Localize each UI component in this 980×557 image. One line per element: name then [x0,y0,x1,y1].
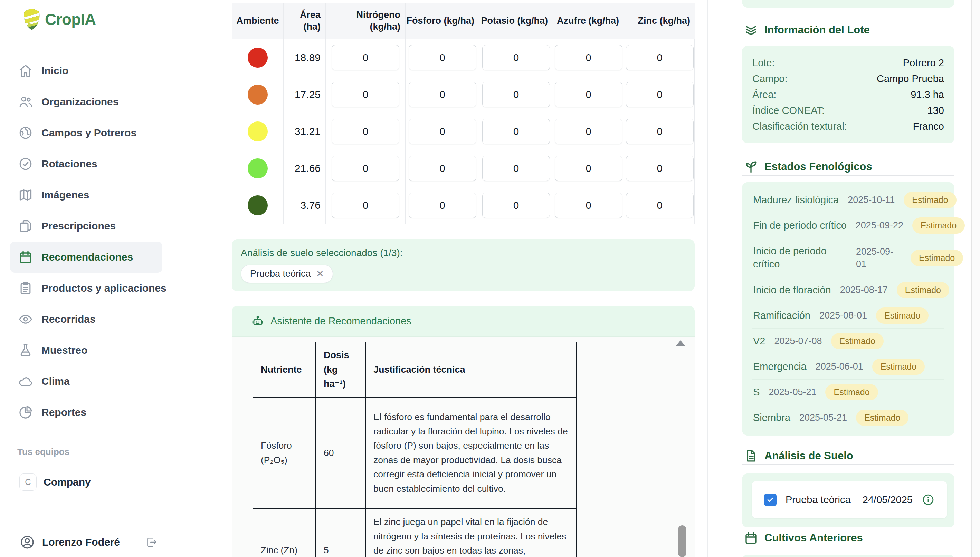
nutrient-dose-input[interactable] [555,82,622,107]
status-badge: Estimado [912,217,965,234]
nutrient-dose-input[interactable] [482,192,550,218]
nutrient-dose-input[interactable] [626,156,694,181]
env-col-header: Nitrógeno (kg/ha) [325,3,405,39]
logout-icon[interactable] [145,536,157,548]
env-input-cell [479,150,553,187]
user-row: Lorenzo Foderé [20,534,157,550]
sidebar-item-muestreo[interactable]: Muestreo [10,335,162,366]
window-scrollbar[interactable] [971,0,980,557]
nutrient-dose-input[interactable] [408,156,476,181]
sidebar-item-campos-y-potreros[interactable]: Campos y Potreros [10,117,162,148]
assistant-content: NutrienteDosis (kg ha⁻¹)Justificación té… [232,337,695,557]
nutrient-dose-input[interactable] [482,82,550,107]
sidebar-item-company[interactable]: C Company [20,474,91,491]
env-col-header: Azufre (kg/ha) [553,3,624,39]
sidebar-item-reportes[interactable]: Reportes [10,397,162,428]
cloud-icon [18,374,33,389]
nutrient-dose-input[interactable] [626,82,694,107]
recommendation-col-header: Nutriente [253,342,316,397]
env-input-cell [479,187,553,224]
nutrient-name: Fósforo (P₂O₅) [253,398,316,508]
assistant-scrollbar-thumb[interactable] [678,525,686,557]
analysis-chip[interactable]: Prueba teórica ✕ [241,265,333,283]
env-zone-color [232,187,283,224]
nutrient-justification: El fósforo es fundamental para el desarr… [366,398,576,508]
lot-info-title: Información del Lote [764,24,870,36]
nutrient-dose-input[interactable] [332,119,399,144]
sidebar-item-organizaciones[interactable]: Organizaciones [10,86,162,117]
recommendation-col-header: Justificación técnica [366,342,576,397]
env-input-cell [624,113,695,150]
lot-info-row: Clasificación textural:Franco [752,118,944,134]
sidebar-item-prescripciones[interactable]: Prescripciones [10,210,162,241]
scroll-up-arrow-icon[interactable] [676,340,685,346]
nutrient-dose-input[interactable] [332,45,399,70]
soil-analysis-card: Prueba teórica 24/05/2025 [742,474,954,527]
nutrient-dose-input[interactable] [332,156,399,181]
nutrient-dose-input[interactable] [332,192,399,218]
env-input-cell [479,113,553,150]
phenology-row-v2: V22025-07-08Estimado [742,329,954,354]
environment-table: AmbienteÁrea (ha)Nitrógeno (kg/ha)Fósfor… [232,3,695,224]
phenology-stage-label: Inicio de periodo crítico [753,245,847,270]
soil-analysis-title: Análisis de Suelo [764,450,853,462]
info-icon[interactable] [922,493,935,506]
env-col-header: Zinc (kg/ha) [624,3,695,39]
sidebar-menu: InicioOrganizacionesCampos y PotrerosRot… [10,55,162,428]
zone-color-dot [248,122,268,142]
cut-card-top [742,0,954,8]
nutrient-dose-input[interactable] [555,119,622,144]
checkbox-checked[interactable] [764,493,777,506]
nutrient-dose-input[interactable] [408,192,476,218]
phenology-stage-label: Siembra [753,411,791,425]
env-input-cell [325,150,405,187]
env-area-value: 17.25 [283,76,325,113]
sidebar-item-label: Imágenes [41,189,89,201]
sidebar-item-inicio[interactable]: Inicio [10,55,162,86]
phenology-date: 2025-09-01 [856,245,902,270]
lot-info-row: Lote:Potrero 2 [752,55,944,71]
env-input-cell [553,39,624,76]
nutrient-dose-input[interactable] [555,192,622,218]
sidebar-item-imagenes[interactable]: Imágenes [10,179,162,210]
calendar-icon [18,249,33,265]
sidebar-item-label: Reportes [41,407,87,418]
zone-color-dot [248,158,268,178]
sidebar-item-label: Recomendaciones [41,251,133,263]
nutrient-dose-input[interactable] [555,45,622,70]
sidebar-item-clima[interactable]: Clima [10,366,162,397]
phenology-stage-label: V2 [753,335,765,348]
env-input-cell [553,150,624,187]
sidebar-item-recorridas[interactable]: Recorridas [10,304,162,335]
phenology-date: 2025-08-01 [819,309,867,322]
nutrient-dose-input[interactable] [482,45,550,70]
sidebar: CropIA InicioOrganizacionesCampos y Potr… [0,0,169,557]
nutrient-dose-input[interactable] [626,45,694,70]
lot-info-value: 91.3 ha [911,89,944,101]
calendar-icon [744,531,758,545]
status-badge: Estimado [872,358,925,375]
nutrient-dose-input[interactable] [482,156,550,181]
zone-color-dot [248,195,268,215]
close-icon[interactable]: ✕ [317,269,324,279]
env-area-value: 18.89 [283,39,325,76]
nutrient-dose-input[interactable] [555,156,622,181]
sidebar-item-recomendaciones[interactable]: Recomendaciones [10,241,162,273]
file-icon [744,449,758,463]
lot-info-label: Lote: [752,57,775,69]
globe-icon [18,125,33,140]
robot-icon [251,315,264,328]
phenology-date: 2025-05-21 [769,386,816,398]
nutrient-dose-input[interactable] [332,82,399,107]
nutrient-dose-input[interactable] [482,119,550,144]
nutrient-dose-input[interactable] [408,119,476,144]
nutrient-dose-input[interactable] [408,45,476,70]
recommendation-row: Fósforo (P₂O₅)60El fósforo es fundamenta… [253,397,576,508]
nutrient-dose-input[interactable] [408,82,476,107]
sidebar-item-rotaciones[interactable]: Rotaciones [10,148,162,179]
teams-label: Tus equipos [17,446,69,457]
sidebar-item-productos-y-aplicaciones[interactable]: Productos y aplicaciones [10,273,162,304]
soil-analysis-item[interactable]: Prueba teórica 24/05/2025 [752,481,947,518]
nutrient-dose-input[interactable] [626,192,694,218]
nutrient-dose-input[interactable] [626,119,694,144]
